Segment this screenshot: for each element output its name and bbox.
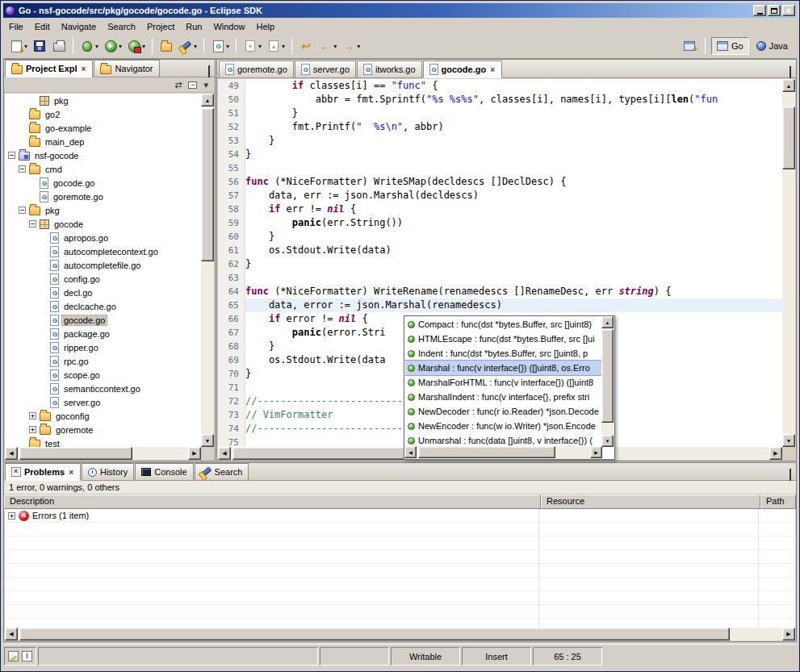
tree-item-scope-go[interactable]: scope.go — [5, 368, 201, 382]
perspective-java-button[interactable]: Java — [751, 37, 794, 55]
column-header-description[interactable]: Description — [4, 495, 541, 509]
completion-item[interactable]: HTMLEscape : func(dst *bytes.Buffer, src… — [405, 332, 602, 346]
scroll-left-icon[interactable]: ◀ — [5, 447, 18, 460]
previous-annotation-button[interactable]: ▾ — [264, 36, 287, 56]
tree-item-autocompletefile-go[interactable]: autocompletefile.go — [5, 258, 201, 272]
scroll-left-icon[interactable]: ◀ — [5, 628, 18, 641]
tree-item-goremote[interactable]: +goremote — [5, 423, 201, 436]
completion-item[interactable]: Compact : func(dst *bytes.Buffer, src []… — [405, 317, 602, 332]
code-line-52[interactable]: 52 fmt.Printf(" %s\n", abbr) — [218, 120, 782, 134]
scroll-left-icon[interactable]: ◀ — [404, 446, 417, 458]
code-line-49[interactable]: 49 if classes[i] == "func" { — [218, 79, 782, 93]
code-line-54[interactable]: 54} — [218, 148, 782, 161]
dropdown-arrow-icon[interactable]: ▾ — [357, 43, 360, 50]
completion-item[interactable]: Marshal : func(v interface{}) ([]uint8, … — [405, 361, 602, 375]
menu-run[interactable]: Run — [180, 20, 207, 33]
dropdown-arrow-icon[interactable]: ▾ — [95, 43, 98, 50]
code-line-62[interactable]: 62} — [218, 257, 782, 271]
menu-navigate[interactable]: Navigate — [56, 20, 102, 33]
dropdown-arrow-icon[interactable]: ▾ — [119, 43, 122, 50]
code-line-55[interactable]: 55 — [218, 161, 782, 175]
minimize-button[interactable] — [753, 5, 766, 16]
tab-console[interactable]: Console — [135, 463, 193, 480]
menu-window[interactable]: Window — [207, 20, 250, 33]
collapse-all-button[interactable]: − — [188, 81, 197, 89]
dropdown-arrow-icon[interactable]: ▾ — [333, 43, 337, 50]
code-line-56[interactable]: 56func (*NiceFormatter) WriteSMap(declde… — [218, 175, 782, 189]
scroll-right-icon[interactable]: ▶ — [769, 447, 782, 460]
completion-item[interactable]: NewDecoder : func(r io.Reader) *json.Dec… — [405, 404, 602, 419]
scrollbar-thumb[interactable] — [418, 446, 555, 458]
link-with-editor-button[interactable]: ⇄ — [174, 80, 182, 90]
menu-project[interactable]: Project — [141, 20, 180, 33]
dropdown-arrow-icon[interactable]: ▾ — [194, 43, 197, 50]
code-line-58[interactable]: 58 if err != nil { — [218, 202, 782, 216]
tree-item-goconfig[interactable]: +goconfig — [5, 409, 201, 423]
scrollbar-thumb[interactable] — [601, 329, 614, 423]
tree-item-rpc-go[interactable]: rpc.go — [5, 354, 201, 368]
tree-item-go-example[interactable]: go-example — [5, 121, 201, 135]
completion-item[interactable]: Unmarshal : func(data []uint8, v interfa… — [405, 433, 602, 447]
column-header-resource[interactable]: Resource — [541, 495, 760, 509]
open-resource-button[interactable] — [157, 36, 176, 56]
tree-item-server-go[interactable]: server.go — [5, 395, 201, 409]
tree-item-package-go[interactable]: package.go — [5, 327, 201, 340]
back-button[interactable]: ▾ — [316, 36, 339, 56]
problems-horizontal-scrollbar[interactable]: ◀ ▶ — [5, 628, 795, 641]
editor-tab-gocode-go[interactable]: gocode.go× — [423, 61, 502, 78]
problems-row[interactable]: +Errors (1 item) — [5, 509, 795, 523]
external-tools-button[interactable]: ▾ — [124, 36, 148, 56]
tree-expander[interactable]: − — [19, 207, 26, 214]
dropdown-arrow-icon[interactable]: ▾ — [226, 43, 229, 50]
last-edit-location-button[interactable] — [296, 36, 316, 56]
explorer-horizontal-scrollbar[interactable]: ◀ ▶ — [5, 447, 201, 460]
close-icon[interactable]: × — [489, 65, 496, 74]
dropdown-arrow-icon[interactable]: ▾ — [258, 43, 262, 50]
new-wizard-button[interactable]: ▾ — [6, 36, 30, 56]
close-button[interactable]: × — [782, 5, 795, 16]
code-line-50[interactable]: 50 abbr = fmt.Sprintf("%s %s%s", classes… — [218, 93, 782, 106]
next-annotation-button[interactable]: ▾ — [241, 36, 264, 56]
editor-vertical-scrollbar[interactable]: ▲ ▼ — [782, 79, 795, 447]
tree-expander[interactable]: + — [29, 412, 36, 419]
print-button[interactable] — [49, 36, 69, 56]
run-button[interactable]: ▾ — [101, 36, 124, 56]
save-button[interactable] — [30, 36, 49, 56]
scroll-right-icon[interactable]: ▶ — [782, 628, 795, 641]
tree-item-go2[interactable]: go2 — [5, 107, 201, 121]
menu-search[interactable]: Search — [102, 20, 141, 33]
tab-problems[interactable]: Problems× — [5, 463, 81, 481]
popup-horizontal-scrollbar[interactable]: ◀ ▶ — [404, 446, 602, 459]
tab-navigator[interactable]: Navigator — [94, 60, 159, 77]
tree-item-ripper-go[interactable]: ripper.go — [5, 340, 201, 354]
scroll-right-icon[interactable]: ▶ — [188, 447, 201, 460]
close-icon[interactable]: × — [81, 65, 87, 73]
menu-help[interactable]: Help — [251, 20, 281, 33]
scroll-up-icon[interactable]: ▲ — [782, 79, 795, 92]
tree-item-decl-go[interactable]: decl.go — [5, 286, 201, 299]
perspective-go-button[interactable]: Go — [711, 37, 749, 55]
open-perspective-button[interactable] — [680, 36, 699, 56]
menu-edit[interactable]: Edit — [29, 20, 56, 33]
tree-item-apropos-go[interactable]: apropos.go — [5, 231, 201, 244]
maximize-view-button[interactable] — [208, 67, 210, 77]
tree-item-config-go[interactable]: config.go — [5, 272, 201, 286]
code-line-53[interactable]: 53 } — [218, 134, 782, 148]
completion-item[interactable]: MarshalIndent : func(v interface{}, pref… — [405, 390, 602, 404]
scroll-up-icon[interactable]: ▲ — [201, 94, 214, 106]
dropdown-arrow-icon[interactable]: ▾ — [282, 43, 285, 50]
explorer-vertical-scrollbar[interactable]: ▲ ▼ — [201, 94, 214, 447]
completion-item[interactable]: NewEncoder : func(w io.Writer) *json.Enc… — [405, 419, 602, 433]
scroll-left-icon[interactable]: ◀ — [218, 447, 231, 460]
new-go-element-button[interactable]: ▾ — [208, 36, 232, 56]
tab-history[interactable]: History — [82, 463, 134, 480]
fast-view-icon[interactable] — [8, 651, 19, 662]
code-line-64[interactable]: 64func (*NiceFormatter) WriteRename(rena… — [218, 285, 782, 298]
fast-view-bar[interactable] — [4, 647, 36, 666]
editor-tab-itworks-go[interactable]: itworks.go — [357, 61, 422, 77]
tree-item-autocompletecontext-go[interactable]: autocompletecontext.go — [5, 244, 201, 258]
tree-item-main-dep[interactable]: main_dep — [5, 135, 201, 148]
error-log-icon[interactable] — [22, 651, 32, 662]
code-line-51[interactable]: 51 } — [218, 106, 782, 120]
scroll-down-icon[interactable]: ▼ — [782, 434, 795, 447]
